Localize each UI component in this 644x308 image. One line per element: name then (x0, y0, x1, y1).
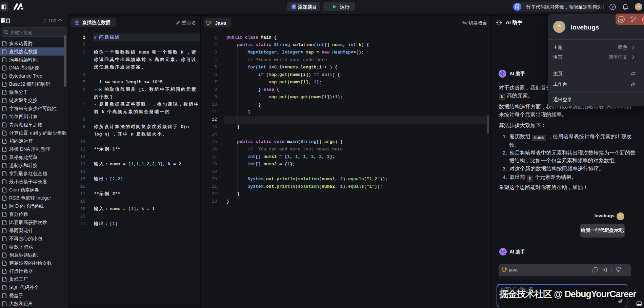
svg-text:AI: AI (620, 18, 623, 21)
svg-text:?: ? (611, 5, 614, 9)
